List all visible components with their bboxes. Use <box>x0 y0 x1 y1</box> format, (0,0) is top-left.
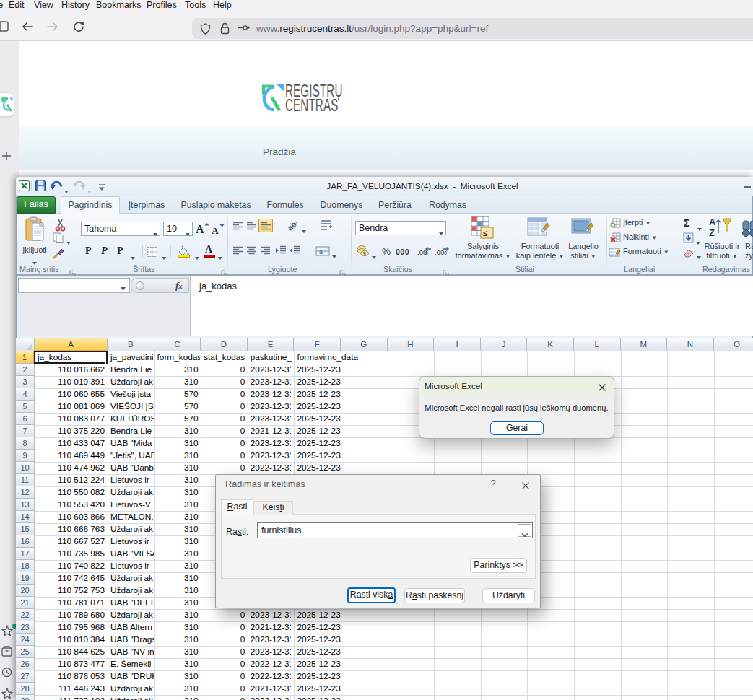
svg-text:Z: Z <box>709 227 715 238</box>
svg-text:A: A <box>212 225 219 235</box>
svg-text:A: A <box>196 223 204 235</box>
svg-text:,00: ,00 <box>435 248 444 256</box>
svg-text:0: 0 <box>425 250 428 255</box>
svg-text:a: a <box>319 248 323 255</box>
svg-text:0: 0 <box>444 250 447 255</box>
svg-text:≤: ≤ <box>483 229 487 237</box>
svg-text:$: $ <box>363 250 367 257</box>
svg-text:A: A <box>709 216 716 227</box>
svg-text:ab: ab <box>287 220 298 232</box>
